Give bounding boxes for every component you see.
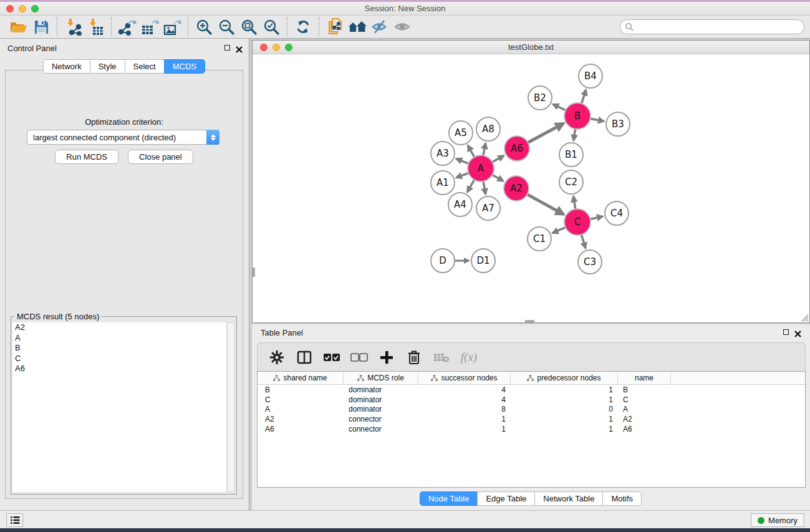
result-item[interactable]: A2 [12,322,226,333]
export-network-button[interactable] [116,16,138,37]
close-panel-button[interactable]: Close panel [128,150,193,164]
result-item[interactable]: B [12,343,226,354]
hide-details-button[interactable] [369,16,391,37]
zoom-out-button[interactable] [215,16,238,37]
open-session-button[interactable] [7,16,30,37]
zoom-fit-button[interactable] [238,16,260,37]
export-image-button[interactable] [161,16,183,37]
edge-B-B4[interactable] [581,90,586,104]
result-item[interactable]: A6 [12,364,226,374]
edge-A-A8[interactable] [483,143,486,157]
show-columns-button[interactable] [294,347,315,368]
result-scrollbar[interactable] [227,322,234,492]
result-item[interactable]: C [12,354,226,364]
zoom-out-icon [218,19,235,36]
tab-network[interactable]: Network [43,59,90,74]
table-settings-button[interactable] [266,347,287,368]
tab-motifs[interactable]: Motifs [602,491,642,506]
edge-A-A4[interactable] [467,179,475,192]
float-table-panel-icon[interactable] [783,329,789,335]
table-cell: 1 [511,385,618,394]
tab-select[interactable]: Select [125,59,165,74]
column-header-successor-nodes[interactable]: successor nodes [418,372,511,384]
table-row[interactable]: Bdominator41B [258,385,805,395]
column-header-label: shared name [283,374,327,382]
import-network-button[interactable] [62,16,84,37]
close-table-panel-icon[interactable] [794,329,801,336]
toolbar-separator [319,17,319,36]
tab-edge-table[interactable]: Edge Table [477,491,535,506]
column-header-name[interactable]: name [618,372,671,384]
close-panel-icon[interactable] [236,44,243,51]
control-panel-tabs: NetworkStyleSelectMCDS [0,59,249,74]
refresh-button[interactable] [292,16,314,37]
zoom-selected-button[interactable] [260,16,282,37]
tab-network-table[interactable]: Network Table [534,491,603,506]
network-graph[interactable]: B4B2BB3A8A5A6A3B1AC2A1A2A4A7C4CC1C3DD1 [253,54,809,322]
result-item[interactable]: A [12,333,226,344]
clone-network-button[interactable] [324,16,346,37]
float-panel-icon[interactable] [224,45,230,51]
tab-node-table[interactable]: Node Table [420,491,478,506]
memory-label: Memory [768,516,798,525]
table-cell: 1 [511,395,618,404]
zoom-in-button[interactable] [193,16,215,37]
run-mcds-button[interactable]: Run MCDS [55,150,118,164]
column-header-label: name [635,374,653,382]
export-table-icon [140,18,159,36]
edge-B-B2[interactable] [553,104,566,110]
column-header-MCDS-role[interactable]: MCDS role [344,372,418,384]
table-row[interactable]: Adominator80A [258,405,805,415]
tab-mcds[interactable]: MCDS [164,59,205,74]
edge-B-B1[interactable] [574,128,576,141]
table-cell: A2 [618,415,671,423]
edge-A-A3[interactable] [456,158,469,163]
edge-C-C4[interactable] [590,216,603,220]
mcds-result-list[interactable]: A2ABCA6 [12,322,227,492]
select-all-button[interactable] [321,347,342,368]
criterion-select[interactable]: largest connected component (directed) [27,130,219,145]
edge-C-C2[interactable] [574,196,576,210]
save-session-button[interactable] [30,16,52,37]
zoom-selected-icon [263,19,280,36]
resize-grip-icon[interactable] [800,313,809,322]
edge-A-A1[interactable] [456,173,470,178]
task-history-button[interactable] [6,513,23,527]
export-image-icon [163,18,181,36]
edge-A-A2[interactable] [491,175,503,181]
network-view-window: testGlobe.txt B4B2BB3A8A5A6A3B1AC2A1A2A4… [252,40,810,323]
node-table[interactable]: shared nameMCDS rolesuccessor nodesprede… [257,371,806,488]
edge-C-C3[interactable] [581,234,586,248]
network-window-titlebar[interactable]: testGlobe.txt [253,41,809,54]
show-details-button[interactable] [391,16,413,37]
edge-A-A5[interactable] [468,145,475,158]
create-column-button[interactable] [376,347,397,368]
edge-A-A7[interactable] [483,181,486,195]
horizontal-scroll-thumb[interactable] [525,320,534,322]
tab-style[interactable]: Style [90,59,125,74]
table-row[interactable]: A2connector11A2 [258,414,805,424]
table-row[interactable]: Cdominator41C [258,395,805,405]
search-input[interactable] [620,19,804,34]
table-cell: 0 [511,405,618,414]
column-header-predecessor-nodes[interactable]: predecessor nodes [511,372,618,384]
edge-B-B3[interactable] [590,118,604,122]
column-type-icon [527,375,534,381]
table-row[interactable]: A6connector11A6 [258,424,805,434]
vertical-scroll-thumb[interactable] [253,268,255,277]
edge-C-C1[interactable] [552,227,566,233]
export-table-button[interactable] [138,16,161,37]
network-canvas[interactable]: B4B2BB3A8A5A6A3B1AC2A1A2A4A7C4CC1C3DD1 [253,54,809,322]
import-table-button[interactable] [84,16,107,37]
mcds-panel: Optimization criterion: largest connecte… [5,70,243,499]
table-cell: connector [344,415,418,423]
edge-A-A6[interactable] [492,156,504,163]
column-header-shared-name[interactable]: shared name [258,372,344,384]
edge-A6-B[interactable] [528,123,564,143]
memory-button[interactable]: Memory [751,513,804,527]
edge-A2-C[interactable] [527,194,564,215]
delete-column-button[interactable] [403,347,425,368]
deselect-all-button[interactable] [349,347,370,368]
home-button[interactable] [346,16,369,37]
zoom-fit-icon [241,19,258,36]
